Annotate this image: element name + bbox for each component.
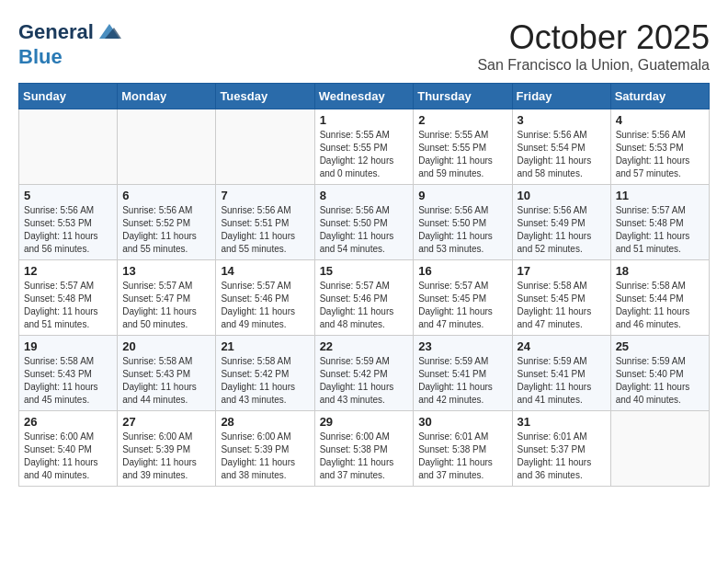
day-info: Sunrise: 5:56 AM Sunset: 5:51 PM Dayligh… xyxy=(221,204,309,256)
calendar-week-row: 12Sunrise: 5:57 AM Sunset: 5:48 PM Dayli… xyxy=(19,260,710,336)
calendar-cell: 19Sunrise: 5:58 AM Sunset: 5:43 PM Dayli… xyxy=(19,336,118,411)
weekday-header-sunday: Sunday xyxy=(19,84,118,109)
calendar-week-row: 5Sunrise: 5:56 AM Sunset: 5:53 PM Daylig… xyxy=(19,185,710,260)
calendar-cell: 13Sunrise: 5:57 AM Sunset: 5:47 PM Dayli… xyxy=(118,260,216,336)
day-info: Sunrise: 5:57 AM Sunset: 5:46 PM Dayligh… xyxy=(320,280,409,331)
day-number: 11 xyxy=(616,189,704,202)
weekday-header-tuesday: Tuesday xyxy=(216,84,314,109)
calendar-cell: 4Sunrise: 5:56 AM Sunset: 5:53 PM Daylig… xyxy=(610,109,709,185)
day-number: 24 xyxy=(518,339,606,353)
calendar-cell: 8Sunrise: 5:56 AM Sunset: 5:50 PM Daylig… xyxy=(314,185,414,260)
calendar-cell xyxy=(118,109,216,185)
day-info: Sunrise: 5:58 AM Sunset: 5:43 PM Dayligh… xyxy=(24,355,112,407)
calendar-cell: 22Sunrise: 5:59 AM Sunset: 5:42 PM Dayli… xyxy=(314,336,414,411)
calendar-cell: 1Sunrise: 5:55 AM Sunset: 5:55 PM Daylig… xyxy=(314,109,414,185)
calendar-cell: 6Sunrise: 5:56 AM Sunset: 5:52 PM Daylig… xyxy=(118,185,216,260)
calendar-cell: 15Sunrise: 5:57 AM Sunset: 5:46 PM Dayli… xyxy=(314,260,414,336)
day-info: Sunrise: 5:56 AM Sunset: 5:49 PM Dayligh… xyxy=(518,204,606,256)
page-header: General Blue October 2025 San Francisco … xyxy=(18,18,710,74)
calendar-cell: 25Sunrise: 5:59 AM Sunset: 5:40 PM Dayli… xyxy=(610,336,709,411)
day-info: Sunrise: 5:58 AM Sunset: 5:44 PM Dayligh… xyxy=(616,280,704,331)
calendar-cell: 17Sunrise: 5:58 AM Sunset: 5:45 PM Dayli… xyxy=(512,260,610,336)
day-number: 28 xyxy=(221,415,309,429)
day-info: Sunrise: 6:01 AM Sunset: 5:38 PM Dayligh… xyxy=(418,431,506,482)
day-info: Sunrise: 5:56 AM Sunset: 5:50 PM Dayligh… xyxy=(320,204,409,256)
day-info: Sunrise: 5:57 AM Sunset: 5:48 PM Dayligh… xyxy=(616,204,704,256)
weekday-header-monday: Monday xyxy=(118,84,216,109)
calendar-cell: 26Sunrise: 6:00 AM Sunset: 5:40 PM Dayli… xyxy=(19,411,118,487)
day-info: Sunrise: 5:55 AM Sunset: 5:55 PM Dayligh… xyxy=(320,129,409,180)
day-info: Sunrise: 5:59 AM Sunset: 5:42 PM Dayligh… xyxy=(320,355,409,407)
day-info: Sunrise: 5:56 AM Sunset: 5:53 PM Dayligh… xyxy=(24,204,112,256)
weekday-header-row: SundayMondayTuesdayWednesdayThursdayFrid… xyxy=(19,84,710,109)
day-info: Sunrise: 5:58 AM Sunset: 5:43 PM Dayligh… xyxy=(122,355,210,407)
day-number: 20 xyxy=(122,339,210,353)
calendar-cell: 12Sunrise: 5:57 AM Sunset: 5:48 PM Dayli… xyxy=(19,260,118,336)
day-number: 22 xyxy=(320,339,409,353)
day-number: 27 xyxy=(122,415,210,429)
calendar-week-row: 1Sunrise: 5:55 AM Sunset: 5:55 PM Daylig… xyxy=(19,109,710,185)
calendar-cell xyxy=(216,109,314,185)
day-number: 25 xyxy=(616,339,704,353)
day-number: 30 xyxy=(418,415,506,429)
day-number: 17 xyxy=(518,264,606,278)
logo-text-general: General xyxy=(18,21,94,43)
day-info: Sunrise: 5:56 AM Sunset: 5:53 PM Dayligh… xyxy=(616,129,704,180)
day-number: 6 xyxy=(122,189,210,202)
day-info: Sunrise: 5:59 AM Sunset: 5:41 PM Dayligh… xyxy=(418,355,506,407)
calendar-cell: 31Sunrise: 6:01 AM Sunset: 5:37 PM Dayli… xyxy=(512,411,610,487)
weekday-header-friday: Friday xyxy=(512,84,610,109)
title-area: October 2025 San Francisco la Union, Gua… xyxy=(477,18,710,74)
day-number: 14 xyxy=(221,264,309,278)
subtitle: San Francisco la Union, Guatemala xyxy=(477,57,710,74)
weekday-header-thursday: Thursday xyxy=(414,84,512,109)
day-number: 2 xyxy=(418,113,506,127)
calendar-cell: 27Sunrise: 6:00 AM Sunset: 5:39 PM Dayli… xyxy=(118,411,216,487)
calendar-cell: 7Sunrise: 5:56 AM Sunset: 5:51 PM Daylig… xyxy=(216,185,314,260)
calendar-cell: 10Sunrise: 5:56 AM Sunset: 5:49 PM Dayli… xyxy=(512,185,610,260)
month-title: October 2025 xyxy=(477,18,710,57)
day-info: Sunrise: 5:58 AM Sunset: 5:45 PM Dayligh… xyxy=(518,280,606,331)
calendar-week-row: 26Sunrise: 6:00 AM Sunset: 5:40 PM Dayli… xyxy=(19,411,710,487)
calendar-cell: 29Sunrise: 6:00 AM Sunset: 5:38 PM Dayli… xyxy=(314,411,414,487)
calendar-cell: 28Sunrise: 6:00 AM Sunset: 5:39 PM Dayli… xyxy=(216,411,314,487)
calendar-cell: 14Sunrise: 5:57 AM Sunset: 5:46 PM Dayli… xyxy=(216,260,314,336)
day-number: 23 xyxy=(418,339,506,353)
calendar-week-row: 19Sunrise: 5:58 AM Sunset: 5:43 PM Dayli… xyxy=(19,336,710,411)
calendar-cell: 11Sunrise: 5:57 AM Sunset: 5:48 PM Dayli… xyxy=(610,185,709,260)
calendar-cell: 3Sunrise: 5:56 AM Sunset: 5:54 PM Daylig… xyxy=(512,109,610,185)
day-number: 29 xyxy=(320,415,409,429)
weekday-header-saturday: Saturday xyxy=(610,84,709,109)
day-info: Sunrise: 6:00 AM Sunset: 5:38 PM Dayligh… xyxy=(320,431,409,482)
calendar-table: SundayMondayTuesdayWednesdayThursdayFrid… xyxy=(18,83,710,487)
calendar-cell: 9Sunrise: 5:56 AM Sunset: 5:50 PM Daylig… xyxy=(414,185,512,260)
calendar-cell: 30Sunrise: 6:01 AM Sunset: 5:38 PM Dayli… xyxy=(414,411,512,487)
day-number: 31 xyxy=(518,415,606,429)
day-number: 13 xyxy=(122,264,210,278)
calendar-cell xyxy=(610,411,709,487)
day-number: 18 xyxy=(616,264,704,278)
calendar-cell: 16Sunrise: 5:57 AM Sunset: 5:45 PM Dayli… xyxy=(414,260,512,336)
logo-icon xyxy=(96,18,123,46)
day-number: 15 xyxy=(320,264,409,278)
day-number: 16 xyxy=(418,264,506,278)
calendar-cell: 18Sunrise: 5:58 AM Sunset: 5:44 PM Dayli… xyxy=(610,260,709,336)
day-info: Sunrise: 5:55 AM Sunset: 5:55 PM Dayligh… xyxy=(418,129,506,180)
calendar-cell: 24Sunrise: 5:59 AM Sunset: 5:41 PM Dayli… xyxy=(512,336,610,411)
day-info: Sunrise: 5:59 AM Sunset: 5:40 PM Dayligh… xyxy=(616,355,704,407)
day-info: Sunrise: 5:56 AM Sunset: 5:50 PM Dayligh… xyxy=(418,204,506,256)
day-number: 5 xyxy=(24,189,112,202)
day-number: 12 xyxy=(24,264,112,278)
day-info: Sunrise: 5:57 AM Sunset: 5:48 PM Dayligh… xyxy=(24,280,112,331)
day-number: 8 xyxy=(320,189,409,202)
day-number: 4 xyxy=(616,113,704,127)
calendar-cell: 5Sunrise: 5:56 AM Sunset: 5:53 PM Daylig… xyxy=(19,185,118,260)
day-number: 3 xyxy=(518,113,606,127)
day-info: Sunrise: 6:00 AM Sunset: 5:39 PM Dayligh… xyxy=(122,431,210,482)
logo: General Blue xyxy=(18,18,123,68)
day-info: Sunrise: 5:57 AM Sunset: 5:46 PM Dayligh… xyxy=(221,280,309,331)
calendar-cell: 21Sunrise: 5:58 AM Sunset: 5:42 PM Dayli… xyxy=(216,336,314,411)
day-info: Sunrise: 5:56 AM Sunset: 5:54 PM Dayligh… xyxy=(518,129,606,180)
day-info: Sunrise: 6:00 AM Sunset: 5:40 PM Dayligh… xyxy=(24,431,112,482)
day-info: Sunrise: 6:00 AM Sunset: 5:39 PM Dayligh… xyxy=(221,431,309,482)
